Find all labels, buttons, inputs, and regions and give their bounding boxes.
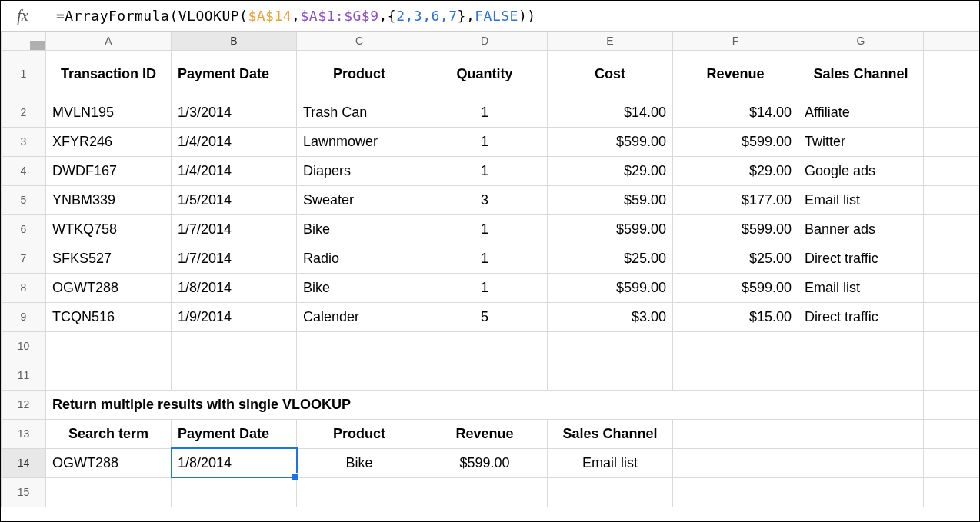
cell-d15[interactable] <box>422 477 548 507</box>
cell-b4[interactable]: 1/4/2014 <box>172 156 297 185</box>
cell-a15[interactable] <box>46 477 172 507</box>
cell-h6[interactable] <box>924 214 981 244</box>
header-revenue[interactable]: Revenue <box>673 50 798 98</box>
col-header-f[interactable]: F <box>673 32 798 50</box>
row-header-8[interactable]: 8 <box>2 273 46 302</box>
cell-f11[interactable] <box>673 361 798 390</box>
cell-b2[interactable]: 1/3/2014 <box>172 98 297 127</box>
cell-g2[interactable]: Affiliate <box>798 98 924 127</box>
cell-e5[interactable]: $59.00 <box>548 185 673 214</box>
header2-search-term[interactable]: Search term <box>46 419 172 448</box>
cell-e7[interactable]: $25.00 <box>548 244 673 273</box>
cell-f5[interactable]: $177.00 <box>673 185 798 214</box>
cell-a9[interactable]: TCQN516 <box>46 302 172 331</box>
cell-h13[interactable] <box>924 419 981 448</box>
cell-b5[interactable]: 1/5/2014 <box>172 185 297 214</box>
cell-b9[interactable]: 1/9/2014 <box>172 302 297 331</box>
fx-icon[interactable]: fx <box>1 1 45 31</box>
cell-h8[interactable] <box>924 273 981 302</box>
cell-h15[interactable] <box>924 477 981 507</box>
formula-input[interactable]: =ArrayFormula(VLOOKUP($A$14,$A$1:$G$9,{2… <box>45 8 979 24</box>
col-header-a[interactable]: A <box>46 32 172 50</box>
row-header-4[interactable]: 4 <box>2 156 46 185</box>
row-header-12[interactable]: 12 <box>2 390 46 419</box>
cell-g13[interactable] <box>798 419 924 448</box>
row-header-11[interactable]: 11 <box>2 361 46 390</box>
row-header-10[interactable]: 10 <box>2 331 46 361</box>
cell-g9[interactable]: Direct traffic <box>798 302 924 331</box>
cell-f14[interactable] <box>673 448 798 477</box>
cell-b14-active[interactable]: 1/8/2014 <box>172 448 297 477</box>
cell-b7[interactable]: 1/7/2014 <box>172 244 297 273</box>
cell-d14[interactable]: $599.00 <box>422 448 548 477</box>
cell-h14[interactable] <box>924 448 981 477</box>
cell-h7[interactable] <box>924 244 981 273</box>
cell-e3[interactable]: $599.00 <box>548 127 673 156</box>
cell-e10[interactable] <box>548 331 673 361</box>
cell-c7[interactable]: Radio <box>297 244 422 273</box>
cell-g7[interactable]: Direct traffic <box>798 244 924 273</box>
row-header-14[interactable]: 14 <box>2 448 46 477</box>
cell-e14[interactable]: Email list <box>548 448 673 477</box>
col-header-h[interactable] <box>924 32 981 50</box>
cell-d8[interactable]: 1 <box>422 273 548 302</box>
cell-g8[interactable]: Email list <box>798 273 924 302</box>
cell-e6[interactable]: $599.00 <box>548 214 673 244</box>
cell-g14[interactable] <box>798 448 924 477</box>
cell-a7[interactable]: SFKS527 <box>46 244 172 273</box>
cell-g5[interactable]: Email list <box>798 185 924 214</box>
header-quantity[interactable]: Quantity <box>422 50 548 98</box>
row-header-5[interactable]: 5 <box>2 185 46 214</box>
cell-c4[interactable]: Diapers <box>297 156 422 185</box>
cell-h12[interactable] <box>924 390 981 419</box>
header2-product[interactable]: Product <box>297 419 422 448</box>
col-header-g[interactable]: G <box>798 32 924 50</box>
cell-c14[interactable]: Bike <box>297 448 422 477</box>
cell-f10[interactable] <box>673 331 798 361</box>
cell-d2[interactable]: 1 <box>422 98 548 127</box>
cell-g15[interactable] <box>798 477 924 507</box>
cell-h2[interactable] <box>924 98 981 127</box>
cell-d5[interactable]: 3 <box>422 185 548 214</box>
col-header-d[interactable]: D <box>422 32 548 50</box>
cell-c8[interactable]: Bike <box>297 273 422 302</box>
cell-h1[interactable] <box>924 50 981 98</box>
row-header-13[interactable]: 13 <box>2 419 46 448</box>
col-header-c[interactable]: C <box>297 32 422 50</box>
cell-d6[interactable]: 1 <box>422 214 548 244</box>
cell-e4[interactable]: $29.00 <box>548 156 673 185</box>
cell-a6[interactable]: WTKQ758 <box>46 214 172 244</box>
cell-f7[interactable]: $25.00 <box>673 244 798 273</box>
cell-f15[interactable] <box>673 477 798 507</box>
header2-payment-date[interactable]: Payment Date <box>172 419 297 448</box>
cell-a14[interactable]: OGWT288 <box>46 448 172 477</box>
cell-a4[interactable]: DWDF167 <box>46 156 172 185</box>
section-title[interactable]: Return multiple results with single VLOO… <box>46 390 924 419</box>
select-all-corner[interactable] <box>2 32 46 50</box>
header-product[interactable]: Product <box>297 50 422 98</box>
cell-a3[interactable]: XFYR246 <box>46 127 172 156</box>
row-header-15[interactable]: 15 <box>2 477 46 507</box>
cell-h3[interactable] <box>924 127 981 156</box>
col-header-e[interactable]: E <box>548 32 673 50</box>
header-sales-channel[interactable]: Sales Channel <box>798 50 924 98</box>
row-header-3[interactable]: 3 <box>2 127 46 156</box>
cell-b11[interactable] <box>172 361 297 390</box>
cell-a11[interactable] <box>46 361 172 390</box>
row-header-9[interactable]: 9 <box>2 302 46 331</box>
cell-e8[interactable]: $599.00 <box>548 273 673 302</box>
cell-d3[interactable]: 1 <box>422 127 548 156</box>
cell-d11[interactable] <box>422 361 548 390</box>
cell-g11[interactable] <box>798 361 924 390</box>
cell-c5[interactable]: Sweater <box>297 185 422 214</box>
cell-c9[interactable]: Calender <box>297 302 422 331</box>
cell-d10[interactable] <box>422 331 548 361</box>
cell-f4[interactable]: $29.00 <box>673 156 798 185</box>
cell-h11[interactable] <box>924 361 981 390</box>
cell-f8[interactable]: $599.00 <box>673 273 798 302</box>
cell-e2[interactable]: $14.00 <box>548 98 673 127</box>
cell-f13[interactable] <box>673 419 798 448</box>
cell-c11[interactable] <box>297 361 422 390</box>
cell-c3[interactable]: Lawnmower <box>297 127 422 156</box>
cell-e11[interactable] <box>548 361 673 390</box>
